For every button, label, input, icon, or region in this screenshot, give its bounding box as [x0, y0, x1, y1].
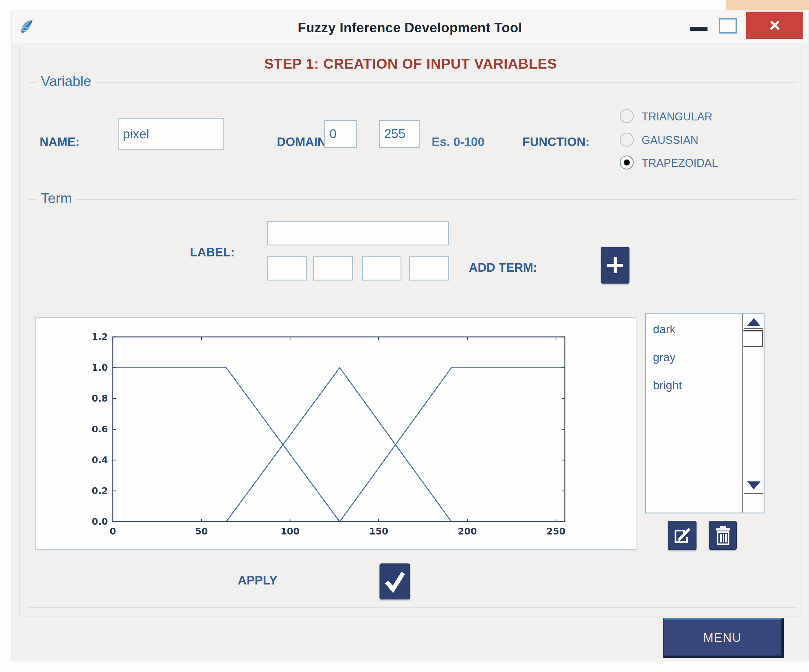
function-label: FUNCTION:	[522, 135, 589, 149]
edit-pencil-icon	[673, 526, 692, 545]
term-group-title: Term	[37, 190, 76, 207]
svg-text:200: 200	[458, 526, 477, 537]
domain-label: DOMAIN:	[277, 135, 331, 149]
term-group: Term LABEL: ADD TERM: 0501001502002500.0…	[29, 199, 798, 608]
radio-label: GAUSSIAN	[642, 134, 698, 147]
svg-text:0.0: 0.0	[92, 516, 108, 527]
svg-text:0.4: 0.4	[92, 455, 108, 465]
term-param-input-2[interactable]	[313, 256, 352, 281]
radio-circle-icon	[620, 133, 634, 147]
radio-circle-icon	[620, 156, 634, 170]
term-param-input-1[interactable]	[267, 256, 307, 281]
svg-text:50: 50	[195, 526, 208, 537]
svg-text:1.0: 1.0	[92, 362, 108, 373]
svg-text:0: 0	[110, 526, 116, 537]
scrollbar-thumb[interactable]	[744, 330, 763, 347]
svg-text:0.6: 0.6	[92, 424, 108, 435]
membership-chart-panel: 0501001502002500.00.20.40.60.81.01.2	[35, 318, 636, 550]
edit-term-button[interactable]	[668, 521, 697, 550]
apply-label: APPLY	[238, 573, 277, 587]
list-item-gray[interactable]: gray	[653, 351, 675, 364]
membership-plot: 0501001502002500.00.20.40.60.81.01.2	[36, 318, 636, 549]
domain-hint: Es. 0-100	[431, 135, 484, 149]
apply-button[interactable]	[379, 563, 410, 600]
app-window: Fuzzy Inference Development Tool STEP 1:…	[12, 11, 808, 661]
minimize-button[interactable]	[690, 27, 708, 31]
radio-label: TRAPEZOIDAL	[642, 157, 718, 170]
radio-label: TRIANGULAR	[642, 110, 712, 123]
radio-circle-icon	[620, 109, 634, 123]
term-label-caption: LABEL:	[190, 245, 235, 259]
list-item-bright[interactable]: bright	[653, 379, 682, 392]
screenshot-stage: Fuzzy Inference Development Tool STEP 1:…	[0, 0, 809, 672]
add-term-button[interactable]	[601, 247, 629, 284]
page-title: STEP 1: CREATION OF INPUT VARIABLES	[19, 55, 802, 72]
svg-text:250: 250	[547, 526, 566, 537]
name-input[interactable]	[117, 118, 224, 150]
variable-group: Variable NAME: DOMAIN: Es. 0-100 FUNCTIO…	[29, 82, 798, 183]
domain-min-input[interactable]	[324, 120, 357, 148]
window-title: Fuzzy Inference Development Tool	[12, 20, 808, 35]
maximize-button[interactable]	[719, 18, 737, 34]
checkmark-icon	[383, 569, 406, 594]
scan-artifact-strip	[726, 0, 809, 10]
title-bar: Fuzzy Inference Development Tool	[12, 11, 808, 43]
svg-text:100: 100	[280, 526, 300, 537]
svg-text:0.8: 0.8	[92, 393, 108, 404]
listbox-scrollbar[interactable]	[742, 314, 764, 512]
term-listbox[interactable]: darkgraybright	[645, 313, 764, 514]
delete-term-button[interactable]	[709, 521, 737, 550]
svg-text:150: 150	[369, 526, 388, 537]
close-button[interactable]	[746, 12, 803, 39]
term-label-input[interactable]	[267, 221, 449, 245]
trash-can-icon	[713, 526, 732, 545]
menu-button-label: MENU	[703, 631, 742, 645]
svg-text:0.2: 0.2	[92, 486, 108, 496]
term-param-input-4[interactable]	[409, 256, 449, 281]
term-param-input-3[interactable]	[362, 256, 401, 281]
add-term-label: ADD TERM:	[469, 261, 537, 274]
variable-group-title: Variable	[37, 73, 95, 89]
close-x-icon	[769, 19, 781, 32]
list-item-dark[interactable]: dark	[653, 323, 675, 336]
name-label: NAME:	[40, 135, 80, 149]
domain-max-input[interactable]	[379, 120, 420, 148]
menu-button[interactable]: MENU	[663, 618, 784, 658]
scroll-up-arrow-icon[interactable]	[747, 318, 760, 326]
svg-text:1.2: 1.2	[92, 331, 108, 342]
scroll-down-arrow-icon[interactable]	[747, 481, 760, 489]
